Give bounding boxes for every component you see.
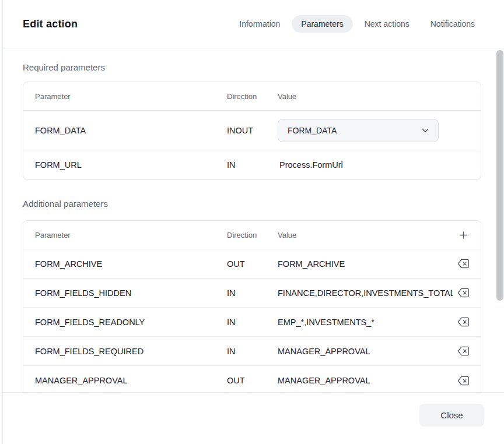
required-parameters-heading: Required parameters xyxy=(23,62,504,72)
close-button[interactable]: Close xyxy=(419,404,484,427)
parameter-direction: IN xyxy=(227,347,278,356)
clear-value-button[interactable] xyxy=(455,372,471,389)
parameter-value[interactable]: EMP_*,INVESTMENTS_* xyxy=(278,318,453,327)
tab-bar: Information Parameters Next actions Noti… xyxy=(230,15,484,33)
clear-value-button[interactable] xyxy=(455,314,471,330)
table-row: FORM_FIELDS_HIDDEN IN FINANCE,DIRECTOR,I… xyxy=(23,279,481,308)
table-row: MANAGER_APPROVAL OUT MANAGER_APPROVAL xyxy=(23,366,481,392)
parameter-value[interactable]: MANAGER_APPROVAL xyxy=(278,376,453,385)
parameter-direction: OUT xyxy=(227,259,278,269)
parameter-direction: IN xyxy=(227,288,278,298)
table-row: FORM_FIELDS_REQUIRED IN MANAGER_APPROVAL xyxy=(23,337,481,366)
backspace-icon xyxy=(458,259,469,269)
plus-icon xyxy=(459,230,468,240)
parameter-name: FORM_FIELDS_REQUIRED xyxy=(35,347,227,356)
table-row: FORM_FIELDS_READONLY IN EMP_*,INVESTMENT… xyxy=(23,308,481,337)
parameter-value-cell: FORM_DATA xyxy=(278,119,453,142)
table-row: FORM_URL IN Process.FormUrl xyxy=(23,150,481,179)
backspace-icon xyxy=(458,288,469,298)
tab-parameters[interactable]: Parameters xyxy=(292,15,352,33)
column-header-value: Value xyxy=(278,92,453,101)
edit-action-dialog: Edit action Information Parameters Next … xyxy=(2,0,504,444)
parameter-direction: INOUT xyxy=(227,126,278,135)
select-value: FORM_DATA xyxy=(288,126,337,135)
table-header-row: Parameter Direction Value xyxy=(23,82,481,111)
table-row: FORM_ARCHIVE OUT FORM_ARCHIVE xyxy=(23,249,481,279)
required-parameters-table: Parameter Direction Value FORM_DATA INOU… xyxy=(23,82,481,180)
additional-parameters-heading: Additional parameters xyxy=(23,199,504,209)
parameter-name: FORM_ARCHIVE xyxy=(35,259,227,269)
column-header-direction: Direction xyxy=(227,231,278,239)
parameter-value[interactable]: Process.FormUrl xyxy=(278,160,453,170)
form-data-select[interactable]: FORM_DATA xyxy=(278,119,439,142)
column-header-action xyxy=(453,227,474,243)
backspace-icon xyxy=(458,376,469,386)
parameter-value[interactable]: MANAGER_APPROVAL xyxy=(278,347,453,356)
tab-notifications[interactable]: Notifications xyxy=(421,15,484,33)
parameter-name: FORM_FIELDS_HIDDEN xyxy=(35,288,227,298)
tab-information[interactable]: Information xyxy=(230,15,289,33)
parameter-name: MANAGER_APPROVAL xyxy=(35,376,227,385)
backspace-icon xyxy=(458,346,469,356)
parameter-value[interactable]: FORM_ARCHIVE xyxy=(278,259,453,269)
column-header-value: Value xyxy=(278,231,453,239)
table-row: FORM_DATA INOUT FORM_DATA xyxy=(23,111,481,150)
dialog-title: Edit action xyxy=(23,18,78,30)
column-header-parameter: Parameter xyxy=(35,92,227,101)
clear-value-button[interactable] xyxy=(455,256,471,272)
column-header-parameter: Parameter xyxy=(35,231,227,239)
parameter-name: FORM_URL xyxy=(35,160,227,170)
dialog-body: Required parameters Parameter Direction … xyxy=(3,48,504,392)
parameter-direction: IN xyxy=(227,318,278,327)
parameter-direction: OUT xyxy=(227,376,278,385)
dialog-footer: Close xyxy=(3,392,504,444)
parameter-name: FORM_DATA xyxy=(35,126,227,135)
column-header-direction: Direction xyxy=(227,92,278,101)
dialog-header: Edit action Information Parameters Next … xyxy=(3,0,504,48)
table-header-row: Parameter Direction Value xyxy=(23,221,481,249)
clear-value-button[interactable] xyxy=(455,285,471,301)
vertical-scrollbar-thumb[interactable] xyxy=(496,50,503,301)
backspace-icon xyxy=(458,317,469,327)
add-parameter-button[interactable] xyxy=(455,227,471,243)
additional-parameters-table: Parameter Direction Value FORM_ARCHIVE O… xyxy=(23,220,481,392)
parameter-direction: IN xyxy=(227,160,278,170)
chevron-down-icon xyxy=(421,126,430,135)
parameter-name: FORM_FIELDS_READONLY xyxy=(35,318,227,327)
parameter-value[interactable]: FINANCE,DIRECTOR,INVESTMENTS_TOTAL xyxy=(278,288,453,298)
tab-next-actions[interactable]: Next actions xyxy=(355,15,419,33)
clear-value-button[interactable] xyxy=(455,343,471,360)
